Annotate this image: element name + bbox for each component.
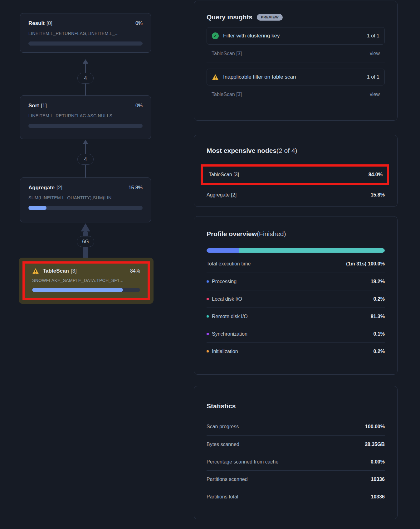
warning-icon <box>32 268 39 274</box>
edge-row-count-badge: 4 <box>77 73 94 84</box>
node-progress-fill <box>32 288 123 292</box>
row-label: Synchronization <box>212 331 247 337</box>
node-progress-track <box>28 206 143 210</box>
node-percentage: 15.8% <box>129 185 143 191</box>
stat-value: 28.35GB <box>365 442 385 447</box>
stat-value: 10336 <box>371 494 385 500</box>
panel-title: Query insights <box>207 13 252 21</box>
insight-title: Filter with clustering key <box>223 33 367 39</box>
expensive-node-value: 15.8% <box>371 192 385 198</box>
stat-label: Partitions total <box>207 494 238 500</box>
insight-node-row: TableScan [3] view <box>207 45 385 62</box>
divider <box>207 62 385 62</box>
profile-row-processing: Processing 18.2% <box>207 273 385 290</box>
warning-icon <box>212 74 219 80</box>
profile-row-remote-disk-io: Remote disk I/O 81.3% <box>207 308 385 325</box>
node-title: Aggregate[2] <box>28 185 62 191</box>
stat-value: 100.00% <box>365 424 385 430</box>
dag-node-sort[interactable]: Sort[1] 0% LINEITEM.L_RETURNFLAG ASC NUL… <box>20 95 151 139</box>
total-execution-time-row: Total execution time (1m 31s) 100.0% <box>207 255 385 273</box>
statistics-rows: Scan progress 100.00% Bytes scanned 28.3… <box>207 418 385 505</box>
row-label: Total execution time <box>207 261 251 267</box>
expensive-node-row-aggregate[interactable]: Aggregate [2] 15.8% <box>207 187 385 203</box>
query-insights-header: Query insightsPREVIEW <box>207 13 385 21</box>
row-value: 18.2% <box>371 279 385 284</box>
row-value: (1m 31s) 100.0% <box>346 261 385 267</box>
node-name: TableScan <box>43 268 69 274</box>
node-subtitle: SUM(LINEITEM.L_QUANTITY),SUM(LIN... <box>28 195 143 200</box>
expensive-node-row-tablescan[interactable]: TableScan [3] 84.0% <box>209 167 383 183</box>
node-progress-fill <box>28 206 46 210</box>
query-profile-page: Result[0] 0% LINEITEM.L_RETURNFLAG,LINEI… <box>0 0 420 529</box>
edge-arrowhead <box>83 59 88 64</box>
profile-row-synchronization: Synchronization 0.1% <box>207 325 385 342</box>
panel-title-suffix: (2 of 4) <box>276 147 297 154</box>
node-percentage: 0% <box>135 103 143 109</box>
row-value: 0.2% <box>374 349 385 354</box>
row-value: 81.3% <box>371 314 385 319</box>
stat-row-partitions-total: Partitions total 10336 <box>207 488 385 505</box>
profile-row-initialization: Initialization 0.2% <box>207 342 385 360</box>
panel-title: Most expensive nodes <box>207 147 276 154</box>
row-label: Processing <box>212 279 237 284</box>
annotation-highlight-tablescan-node[interactable]: TableScan[3] 84% SNOWFLAKE_SAMPLE_DATA.T… <box>22 261 150 300</box>
dag-node-result[interactable]: Result[0] 0% LINEITEM.L_RETURNFLAG,LINEI… <box>20 13 151 53</box>
insight-item-clustering-key[interactable]: ✓ Filter with clustering key 1 of 1 <box>207 27 385 45</box>
node-id: [2] <box>56 185 62 191</box>
stacked-bar-segment-processing <box>207 248 239 253</box>
edge-label: 4 <box>84 75 87 81</box>
node-progress-track <box>32 288 140 292</box>
insight-count: 1 of 1 <box>367 33 379 39</box>
row-label: Initialization <box>212 349 238 354</box>
stat-row-partitions-scanned: Partitions scanned 10336 <box>207 470 385 488</box>
statistics-panel: Statistics Scan progress 100.00% Bytes s… <box>194 386 398 519</box>
view-link[interactable]: view <box>370 92 380 97</box>
stat-value: 0.00% <box>371 459 385 465</box>
expensive-node-name: TableScan [3] <box>209 172 239 177</box>
legend-dot-remote-disk-io <box>207 315 209 318</box>
node-title: Sort[1] <box>28 103 47 109</box>
profile-overview-header: Profile overview(Finished) <box>207 230 385 238</box>
edge-arrowhead <box>83 140 88 144</box>
check-circle-icon: ✓ <box>212 32 219 39</box>
stat-row-bytes-scanned: Bytes scanned 28.35GB <box>207 435 385 453</box>
node-subtitle: LINEITEM.L_RETURNFLAG,LINEITEM.L_... <box>28 31 143 36</box>
dag-node-aggregate[interactable]: Aggregate[2] 15.8% SUM(LINEITEM.L_QUANTI… <box>20 177 151 222</box>
most-expensive-nodes-panel: Most expensive nodes(2 of 4) TableScan [… <box>194 135 398 207</box>
node-id: [0] <box>46 20 52 26</box>
insight-count: 1 of 1 <box>367 74 379 80</box>
row-label: Local disk I/O <box>212 296 242 302</box>
stat-label: Scan progress <box>207 424 239 430</box>
legend-dot-processing <box>207 280 209 283</box>
insight-item-inapplicable-filter[interactable]: Inapplicable filter on table scan 1 of 1 <box>207 69 385 85</box>
stat-row-cache-percentage: Percentage scanned from cache 0.00% <box>207 453 385 470</box>
annotation-highlight-tablescan-row: TableScan [3] 84.0% <box>201 164 389 185</box>
edge-row-count-badge: 6G <box>77 236 94 247</box>
row-value: 0.1% <box>374 331 385 337</box>
query-insights-panel: Query insightsPREVIEW ✓ Filter with clus… <box>194 1 398 121</box>
node-title: TableScan[3] <box>32 268 77 274</box>
edge-label: 6G <box>82 239 89 245</box>
insight-node-ref: TableScan [3] <box>212 51 242 56</box>
node-title: Result[0] <box>28 20 52 27</box>
node-subtitle: SNOWFLAKE_SAMPLE_DATA.TPCH_SF1... <box>32 278 140 283</box>
node-progress-track <box>28 41 143 46</box>
stat-label: Partitions scanned <box>207 477 248 482</box>
edge-arrowhead <box>81 223 90 231</box>
stat-label: Bytes scanned <box>207 442 239 447</box>
stat-label: Percentage scanned from cache <box>207 459 278 465</box>
legend-dot-synchronization <box>207 333 209 335</box>
insight-node-row: TableScan [3] view <box>207 85 385 103</box>
view-link[interactable]: view <box>370 51 380 56</box>
profile-row-local-disk-io: Local disk I/O 0.2% <box>207 290 385 308</box>
node-name: Sort <box>28 103 39 109</box>
stat-value: 10336 <box>371 477 385 482</box>
node-name: Result <box>28 20 45 26</box>
node-subtitle: LINEITEM.L_RETURNFLAG ASC NULLS ... <box>28 113 143 118</box>
legend-dot-local-disk-io <box>207 298 209 300</box>
profile-overview-panel: Profile overview(Finished) Total executi… <box>194 216 398 375</box>
node-name: Aggregate <box>28 185 55 191</box>
node-progress-track <box>28 124 143 128</box>
stacked-bar-segment-remote-disk-io <box>239 248 385 253</box>
node-id: [1] <box>41 103 47 109</box>
